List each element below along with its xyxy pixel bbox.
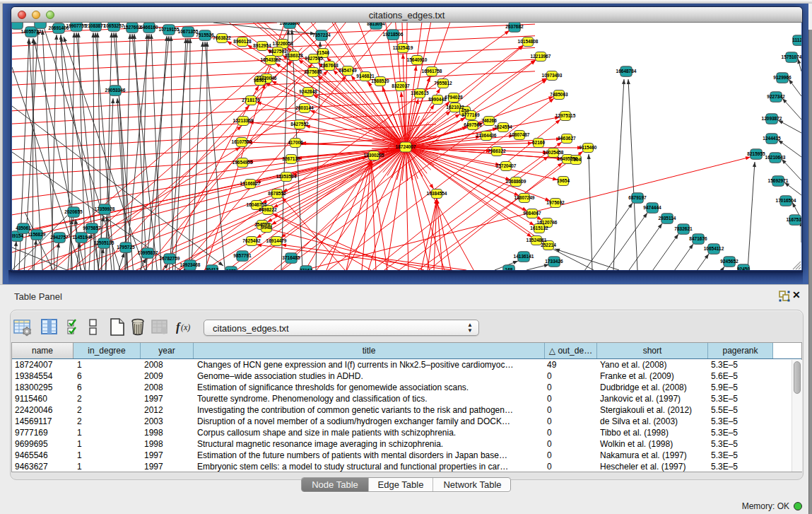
- svg-text:16961758: 16961758: [422, 69, 442, 74]
- svg-text:1145194: 1145194: [73, 235, 90, 240]
- svg-text:8813054: 8813054: [367, 23, 385, 26]
- svg-text:8471676: 8471676: [689, 236, 707, 241]
- svg-text:8990448: 8990448: [428, 97, 447, 102]
- svg-text:9129966: 9129966: [773, 75, 792, 80]
- svg-text:8186328: 8186328: [285, 53, 303, 58]
- svg-text:15720407: 15720407: [496, 163, 517, 168]
- svg-text:2637682: 2637682: [505, 24, 524, 29]
- svg-text:7832621: 7832621: [674, 226, 693, 231]
- svg-text:7485063: 7485063: [550, 92, 568, 97]
- svg-text:9227342: 9227342: [767, 94, 785, 99]
- svg-text:18724007: 18724007: [396, 144, 416, 149]
- svg-text:19166827: 19166827: [240, 181, 261, 186]
- svg-text:9245652: 9245652: [720, 259, 739, 264]
- svg-text:6497568: 6497568: [464, 122, 482, 127]
- svg-text:16046755: 16046755: [247, 202, 267, 207]
- svg-text:10995817: 10995817: [138, 250, 158, 255]
- svg-text:16210643: 16210643: [765, 155, 786, 160]
- svg-text:37163: 37163: [300, 268, 312, 270]
- svg-text:1156829: 1156829: [28, 232, 46, 237]
- svg-text:1615132: 1615132: [530, 226, 548, 230]
- svg-text:11325419: 11325419: [393, 45, 413, 50]
- svg-text:7904: 7904: [571, 157, 582, 162]
- svg-text:2935114: 2935114: [659, 216, 676, 221]
- svg-text:1167533: 1167533: [787, 217, 801, 222]
- svg-text:14055712: 14055712: [21, 29, 42, 34]
- svg-text:2942757: 2942757: [50, 235, 69, 240]
- svg-text:10973493: 10973493: [542, 73, 563, 78]
- svg-text:10654112: 10654112: [704, 246, 724, 251]
- svg-text:9146821: 9146821: [356, 74, 375, 78]
- svg-text:12213967: 12213967: [531, 54, 551, 59]
- svg-text:17016504: 17016504: [776, 198, 796, 203]
- svg-text:7663822: 7663822: [213, 35, 231, 40]
- svg-text:12093872: 12093872: [762, 116, 782, 121]
- svg-text:10053809: 10053809: [280, 23, 300, 25]
- svg-text:21364436: 21364436: [476, 133, 497, 138]
- svg-text:2867608: 2867608: [320, 63, 339, 68]
- svg-text:12505135: 12505135: [94, 240, 114, 245]
- svg-text:8960128: 8960128: [233, 39, 252, 44]
- svg-text:7986322: 7986322: [488, 148, 506, 153]
- svg-text:3267130: 3267130: [282, 156, 300, 161]
- svg-text:9827503: 9827503: [269, 49, 287, 54]
- svg-text:9777169: 9777169: [461, 112, 480, 117]
- svg-text:10923468: 10923468: [180, 262, 201, 267]
- svg-text:10025458: 10025458: [543, 150, 564, 155]
- svg-text:9975857: 9975857: [83, 226, 101, 230]
- svg-text:16648784: 16648784: [616, 69, 637, 74]
- svg-text:19384554: 19384554: [427, 191, 447, 196]
- svg-text:19218506: 19218506: [383, 32, 404, 37]
- svg-text:18300295: 18300295: [364, 153, 384, 158]
- svg-text:16543362: 16543362: [261, 57, 281, 62]
- svg-text:8912954: 8912954: [253, 43, 271, 48]
- svg-text:9242848: 9242848: [299, 89, 317, 94]
- svg-text:1975692: 1975692: [546, 200, 565, 205]
- svg-text:1795725: 1795725: [117, 245, 135, 250]
- svg-text:39154: 39154: [12, 233, 23, 238]
- svg-text:2803144: 2803144: [295, 105, 314, 110]
- svg-text:1588520: 1588520: [371, 78, 389, 83]
- svg-text:10653257: 10653257: [104, 23, 124, 28]
- svg-text:7625402: 7625402: [242, 238, 261, 243]
- svg-text:1362615: 1362615: [411, 90, 429, 95]
- svg-text:11353594: 11353594: [276, 174, 297, 179]
- svg-text:29053346: 29053346: [105, 88, 126, 93]
- svg-text:7515526: 7515526: [196, 33, 214, 37]
- svg-text:9463627: 9463627: [558, 136, 576, 141]
- svg-text:21083877: 21083877: [86, 23, 106, 28]
- svg-text:3716485: 3716485: [282, 255, 300, 260]
- svg-text:435061: 435061: [16, 226, 31, 230]
- svg-text:12975115: 12975115: [555, 113, 576, 118]
- svg-text:19654: 19654: [557, 178, 570, 183]
- svg-text:15751074: 15751074: [782, 54, 801, 59]
- svg-text:11123: 11123: [792, 37, 801, 42]
- svg-text:746266: 746266: [481, 118, 497, 123]
- svg-text:7357224: 7357224: [312, 33, 331, 37]
- svg-text:18807249: 18807249: [514, 195, 535, 200]
- svg-text:13226058: 13226058: [273, 41, 293, 46]
- svg-text:16782759: 16782759: [160, 256, 180, 261]
- svg-text:10807487: 10807487: [510, 132, 530, 137]
- svg-text:252214: 252214: [541, 243, 556, 247]
- svg-text:9948: 9948: [261, 225, 272, 230]
- svg-text:8678552: 8678552: [268, 191, 286, 196]
- svg-text:6879197: 6879197: [628, 195, 647, 200]
- svg-text:8322037: 8322037: [392, 83, 410, 88]
- svg-text:2718176: 2718176: [242, 98, 260, 103]
- svg-text:8498222: 8498222: [259, 207, 277, 212]
- svg-text:1527602: 1527602: [123, 25, 141, 30]
- svg-text:10719155: 10719155: [159, 27, 180, 32]
- svg-text:9474444: 9474444: [643, 205, 661, 210]
- svg-text:10688609: 10688609: [506, 179, 526, 184]
- svg-text:92450: 92450: [737, 267, 750, 270]
- svg-text:19654955: 19654955: [233, 160, 253, 165]
- svg-text:9115460: 9115460: [579, 145, 597, 150]
- svg-text:9084067: 9084067: [523, 211, 541, 216]
- svg-text:16120746: 16120746: [537, 220, 558, 225]
- svg-text:(x): (x): [181, 322, 190, 332]
- svg-text:1244415: 1244415: [763, 136, 781, 141]
- svg-text:12213369: 12213369: [233, 118, 254, 123]
- svg-text:15692971: 15692971: [768, 178, 789, 183]
- svg-text:6466160: 6466160: [140, 25, 158, 30]
